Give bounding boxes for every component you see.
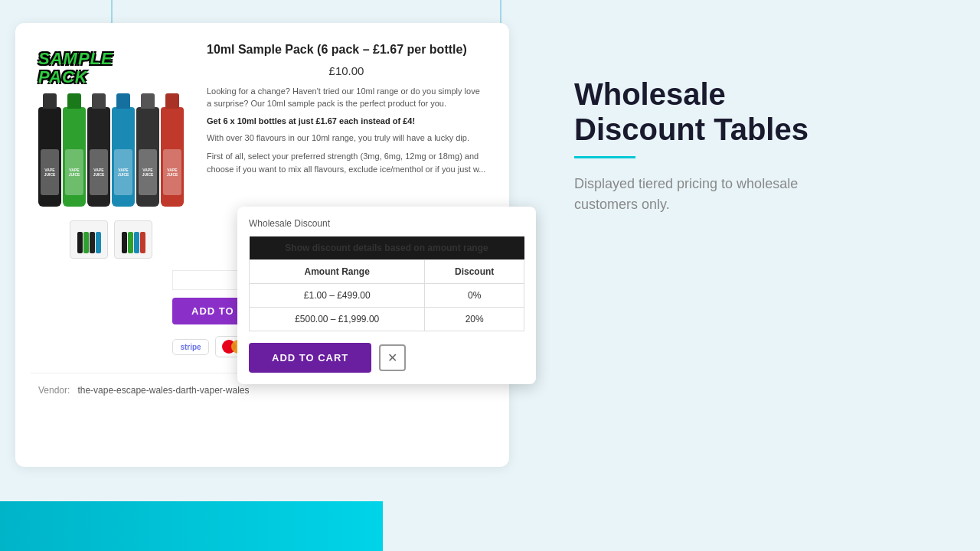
product-title: 10ml Sample Pack (6 pack – £1.67 per bot… [207,42,486,58]
wholesale-section: WholesaleDiscount Tables Displayed tiere… [528,15,965,246]
stripe-icon: stripe [172,339,209,355]
bottom-bar [0,501,383,551]
bottle-3: VAPEJUICE [87,107,110,207]
product-section: SAMPLEPACK VAPEJUICE VAPEJUICE VAPE [15,23,528,467]
row2-amount: £500.00 – £1,999.00 [250,308,425,331]
wholesale-description: Displayed tiered pricing to wholesale cu… [574,174,865,215]
row1-amount: £1.00 – £499.00 [250,284,425,308]
wholesale-title: WholesaleDiscount Tables [574,77,934,147]
table-row-2: £500.00 – £1,999.00 20% [250,308,524,331]
discount-table-header-text: Show discount details based on amount ra… [250,236,524,260]
page-container: SAMPLEPACK VAPEJUICE VAPEJUICE VAPE [0,0,980,551]
bottle-1: VAPEJUICE [38,107,61,207]
product-desc-extra2: First of all, select your preferred stre… [207,150,486,175]
vendor-value: the-vape-escape-wales-darth-vaper-wales [77,385,249,396]
close-button-popup[interactable]: ✕ [379,344,406,371]
product-price: £10.00 [207,64,486,77]
discount-table: Show discount details based on amount ra… [249,236,524,331]
bottle-4: VAPEJUICE [112,107,135,207]
thumbnail-row [70,220,152,259]
thumbnail-1[interactable] [70,220,108,259]
col-discount-header: Discount [425,260,524,284]
row2-discount: 20% [425,308,524,331]
discount-popup: Wholesale Discount Show discount details… [237,207,536,384]
bottle-5: VAPEJUICE [136,107,159,207]
product-highlight: Get 6 x 10ml bottles at just £1.67 each … [207,116,486,126]
bottle-6: VAPEJUICE [161,107,184,207]
product-description: Looking for a change? Haven't tried our … [207,85,486,110]
product-card: SAMPLEPACK VAPEJUICE VAPEJUICE VAPE [15,23,509,467]
col-amount-header: Amount Range [250,260,425,284]
popup-btn-row: ADD TO CART ✕ [249,343,524,373]
sample-pack-label: SAMPLEPACK [38,50,113,86]
row1-discount: 0% [425,284,524,308]
table-row-1: £1.00 – £499.00 0% [250,284,524,308]
add-to-cart-button-popup[interactable]: ADD TO CART [249,343,371,373]
product-image-area: SAMPLEPACK VAPEJUICE VAPEJUICE VAPE [31,42,191,259]
discount-popup-title: Wholesale Discount [249,218,524,229]
bottle-2: VAPEJUICE [63,107,86,207]
thumbnail-2[interactable] [114,220,152,259]
product-main-image: SAMPLEPACK VAPEJUICE VAPEJUICE VAPE [31,42,191,210]
product-desc-extra: With over 30 flavours in our 10ml range,… [207,132,486,145]
wholesale-underline [574,156,635,158]
vendor-label: Vendor: [38,385,70,396]
